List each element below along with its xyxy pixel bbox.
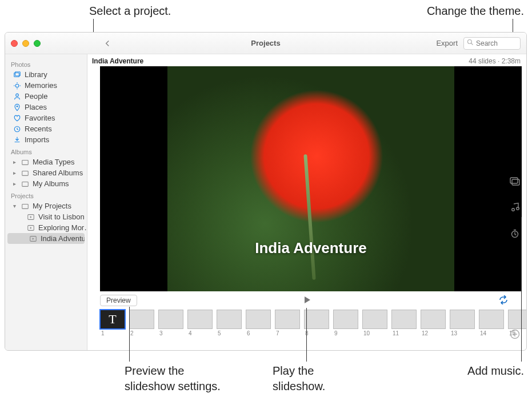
slide-thumb[interactable]: 11 [391, 310, 417, 336]
export-button[interactable]: Export [436, 39, 458, 47]
photo-stack-icon [13, 71, 21, 79]
slide-thumb[interactable]: 8 [304, 310, 329, 336]
slide-thumb[interactable]: 12 [421, 310, 446, 336]
sidebar-item-library[interactable]: Library [5, 69, 87, 80]
sidebar-item-favorites[interactable]: Favorites [5, 113, 87, 123]
music-button[interactable] [508, 201, 522, 214]
sidebar-item-label: Recents [25, 125, 52, 133]
svg-rect-15 [510, 178, 518, 183]
slide-thumb[interactable]: 6 [246, 310, 271, 336]
chevron-right-icon: ▸ [13, 159, 18, 165]
sidebar-project-exploring[interactable]: Exploring Mor… [5, 222, 87, 233]
sidebar-section-albums: Albums [5, 147, 87, 157]
sidebar-project-lisbon[interactable]: Visit to Lisbon [5, 211, 87, 222]
sidebar-item-places[interactable]: Places [5, 102, 87, 113]
search-field[interactable] [463, 37, 521, 50]
sidebar-item-shared-albums[interactable]: ▸ Shared Albums [5, 167, 87, 178]
download-icon [13, 136, 21, 144]
sidebar-item-label: India Adventure [41, 234, 85, 243]
sidebar-section-photos: Photos [5, 60, 87, 69]
sidebar-item-my-projects[interactable]: ▾ My Projects [5, 201, 87, 211]
slide-thumb[interactable]: 4 [187, 310, 213, 336]
thumb-number: 9 [333, 330, 338, 336]
slide-caption: India Adventure [100, 239, 522, 257]
person-icon [13, 93, 21, 101]
title-slide-thumb[interactable]: T1 [100, 310, 125, 336]
svg-line-1 [471, 43, 473, 45]
sidebar-item-label: Exploring Mor… [38, 223, 87, 232]
sidebar-item-label: Visit to Lisbon [38, 212, 85, 221]
slideshow-icon [27, 224, 35, 232]
duration-button[interactable] [508, 227, 522, 240]
plus-circle-icon [509, 328, 521, 340]
svg-point-17 [512, 208, 515, 211]
svg-point-18 [517, 207, 519, 210]
slideshow-icon [29, 235, 37, 243]
preview-button[interactable]: Preview [100, 295, 137, 306]
folder-icon [21, 202, 29, 210]
slide-thumb[interactable]: 2 [129, 310, 154, 336]
svg-point-0 [468, 40, 472, 44]
slide-thumb[interactable]: 14 [479, 310, 504, 336]
folder-icon [21, 180, 29, 188]
music-note-icon [510, 202, 520, 212]
slide-thumb[interactable]: 13 [450, 310, 475, 336]
thumb-number: 5 [217, 330, 221, 336]
svg-rect-8 [22, 160, 29, 165]
theme-icon [509, 175, 521, 187]
sidebar-item-label: Library [25, 70, 47, 79]
minimize-window-button[interactable] [22, 40, 29, 47]
annotation-select-project: Select a project. [89, 3, 171, 19]
sidebar-item-label: People [25, 92, 47, 101]
annotation-preview-settings: Preview the slideshow settings. [125, 363, 221, 394]
svg-point-5 [16, 94, 19, 97]
project-meta: 44 slides · 2:38m [469, 57, 521, 65]
annotation-play-slideshow: Play the slideshow. [273, 363, 325, 394]
thumbnail-strip[interactable]: T1 2 3 4 5 6 7 8 9 10 11 12 13 14 15 [87, 306, 526, 339]
sidebar-item-recents[interactable]: Recents [5, 123, 87, 134]
sidebar-project-india[interactable]: India Adventure [7, 233, 85, 244]
annotation-add-music: Add music. [467, 363, 524, 379]
thumb-number: 1 [100, 330, 105, 336]
sidebar-item-label: Memories [25, 81, 57, 90]
slide-thumb[interactable]: 3 [158, 310, 183, 336]
search-input[interactable] [476, 39, 516, 47]
loop-icon [498, 295, 509, 304]
svg-point-6 [17, 105, 18, 107]
slide-thumb[interactable]: 5 [217, 310, 242, 336]
slideshow-preview[interactable]: India Adventure [100, 66, 522, 291]
slide-thumb[interactable]: 9 [333, 310, 358, 336]
sidebar: Photos Library Memories People Places Fa… [5, 54, 87, 350]
thumb-number: 11 [391, 330, 399, 336]
thumb-number: 14 [479, 330, 486, 336]
maximize-window-button[interactable] [34, 40, 41, 47]
annotation-change-theme: Change the theme. [427, 3, 524, 19]
sidebar-item-my-albums[interactable]: ▸ My Albums [5, 178, 87, 189]
sidebar-item-people[interactable]: People [5, 91, 87, 102]
thumb-number: 13 [450, 330, 457, 336]
text-glyph-icon: T [100, 310, 125, 329]
slide-thumb[interactable]: 7 [275, 310, 300, 336]
folder-icon [21, 169, 29, 177]
theme-button[interactable] [508, 174, 522, 188]
sidebar-item-media-types[interactable]: ▸ Media Types [5, 157, 87, 167]
sidebar-item-imports[interactable]: Imports [5, 134, 87, 145]
sidebar-item-memories[interactable]: Memories [5, 80, 87, 91]
thumb-number: 10 [362, 330, 370, 336]
project-name: India Adventure [92, 57, 143, 65]
clock-icon [13, 125, 21, 133]
chevron-right-icon: ▸ [13, 170, 18, 176]
sidebar-item-label: Favorites [25, 114, 55, 122]
heart-icon [13, 114, 21, 122]
folder-icon [21, 158, 29, 166]
close-window-button[interactable] [11, 40, 18, 47]
play-icon [302, 295, 312, 305]
play-button[interactable] [302, 295, 312, 307]
svg-rect-16 [512, 179, 519, 185]
slide-thumb[interactable]: 10 [362, 310, 387, 336]
chevron-down-icon: ▾ [13, 203, 18, 209]
search-icon [467, 39, 474, 47]
back-button[interactable] [101, 38, 114, 49]
loop-button[interactable] [498, 295, 509, 306]
add-photo-button[interactable] [508, 327, 522, 341]
